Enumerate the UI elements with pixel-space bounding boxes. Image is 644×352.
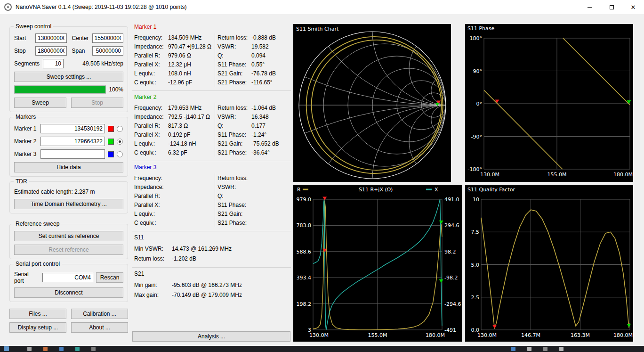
marker-section-title: Marker 2	[134, 94, 289, 100]
chart-text: 7.5	[471, 229, 480, 235]
sweep-settings-button[interactable]: Sweep settings ...	[14, 72, 123, 82]
analysis-button[interactable]: Analysis ...	[132, 331, 290, 342]
window-title: NanoVNA Saver 0.1.4 (Sweep: 2019-11-03 1…	[16, 4, 187, 10]
app-icon-4[interactable]	[75, 347, 80, 351]
field-label: VSWR:	[217, 184, 251, 190]
step-size-text: 49.505 kHz/step	[66, 60, 123, 67]
app-icon-5[interactable]	[91, 347, 96, 351]
field-label: L equiv.:	[134, 70, 168, 77]
stop-input[interactable]	[35, 46, 67, 56]
rescan-button[interactable]: Rescan	[96, 272, 123, 283]
field-value: -95.603 dB @ 166.273 MHz	[172, 282, 242, 288]
chart-text: S11 Smith Chart	[296, 26, 339, 32]
left-control-panel: Sweep control Start Center Stop Span Seg…	[9, 26, 128, 333]
segments-input[interactable]	[43, 59, 64, 68]
field-label: Frequency:	[134, 175, 168, 181]
field-label: VSWR:	[217, 114, 251, 120]
tray-icon-3[interactable]	[543, 347, 547, 351]
marker-color-swatch[interactable]	[108, 139, 114, 145]
marker-select-radio[interactable]	[117, 151, 123, 157]
field-value: 0.094	[251, 52, 289, 59]
field-value: 6.32 pF	[168, 149, 212, 156]
field-row: Q:0.177	[217, 121, 289, 130]
field-value: 108.0 nH	[168, 70, 212, 77]
chart-text: 491.0	[444, 196, 459, 203]
disconnect-button[interactable]: Disconnect	[14, 287, 123, 298]
reset-reference-button[interactable]: Reset reference	[14, 245, 123, 255]
group-title: TDR	[14, 178, 29, 185]
marker-color-swatch[interactable]	[108, 126, 114, 132]
marker-label: Marker 3	[14, 151, 38, 157]
marker-row-3: Marker 3	[14, 149, 123, 159]
chart-text: 155.0M	[368, 332, 387, 338]
span-input[interactable]	[92, 46, 124, 56]
marker-select-radio[interactable]	[117, 139, 123, 145]
field-value: 16.348	[251, 114, 289, 120]
app-icon-1[interactable]	[27, 347, 32, 351]
app-icon-2[interactable]	[43, 347, 48, 351]
marker-2-frequency-input[interactable]	[40, 137, 105, 146]
center-input[interactable]	[92, 33, 124, 43]
span-label: Span	[69, 48, 90, 54]
chart-text: 783.8	[297, 222, 312, 229]
app-icon-3[interactable]	[59, 347, 64, 351]
field-label: Max gain:	[134, 292, 172, 298]
tray-icon-4[interactable]	[559, 347, 564, 351]
field-row: Frequency:134.509 MHz	[134, 33, 212, 42]
about-button[interactable]: About ...	[71, 322, 128, 333]
sweep-control-group: Sweep control Start Center Stop Span Seg…	[9, 26, 128, 112]
sweep-button[interactable]: Sweep	[14, 98, 66, 108]
s11-phase-chart[interactable]: 180°90°0°-90°-180°130.0M155.0M180.0MS11 …	[465, 24, 633, 182]
hide-data-button[interactable]: Hide data	[14, 162, 123, 172]
field-row: Max gain: -70.149 dB @ 179.009 MHz	[134, 290, 289, 300]
stop-button[interactable]: Stop	[71, 98, 123, 108]
time-domain-reflectometry-button[interactable]: Time Domain Reflectometry ...	[14, 199, 123, 209]
marker-3-section: Marker 3Frequency:Impedance:Parallel R:P…	[132, 161, 291, 231]
windows-taskbar	[0, 346, 644, 352]
serial-port-input[interactable]	[42, 273, 93, 282]
s21-section: S21 Min gain: -95.603 dB @ 166.273 MHz M…	[132, 268, 291, 303]
column-divider	[215, 33, 215, 87]
chart-text: 98.2	[444, 249, 456, 255]
field-row: C equiv.:	[134, 218, 212, 227]
chart-text: 90°	[473, 68, 483, 74]
marker-1-frequency-input[interactable]	[40, 124, 105, 133]
s11-r-plus-jx-chart[interactable]: 979.0783.8588.6393.4198.23491.0294.698.2…	[293, 185, 462, 342]
chart-text: X	[435, 187, 438, 193]
marker-3-frequency-input[interactable]	[40, 149, 105, 159]
stop-label: Stop	[14, 48, 33, 54]
start-input[interactable]	[35, 33, 67, 43]
chart-text: 130.0M	[309, 332, 329, 338]
field-row: S21 Phase:-36.64°	[217, 148, 289, 157]
minimize-button[interactable]	[579, 0, 601, 14]
field-row: L equiv.:	[134, 209, 212, 218]
marker-2-section: Marker 2Frequency:179.653 MHzImpedance:7…	[132, 91, 291, 161]
segments-label: Segments	[14, 60, 40, 67]
field-label: Frequency:	[134, 105, 168, 111]
marker-select-radio[interactable]	[117, 126, 123, 132]
marker-color-swatch[interactable]	[108, 151, 114, 157]
calibration-button[interactable]: Calibration ...	[71, 309, 128, 319]
field-value: 817.3 Ω	[168, 123, 212, 129]
sweep-progress-bar	[14, 85, 106, 94]
tray-icon-1[interactable]	[511, 347, 515, 351]
field-label: Min VSWR:	[134, 246, 172, 252]
app-logo-icon	[4, 3, 12, 11]
field-label: VSWR:	[217, 43, 251, 50]
field-value: -1.202 dB	[172, 255, 196, 262]
files-button[interactable]: Files ...	[9, 309, 66, 319]
field-value: -124.18 nH	[168, 140, 212, 147]
set-current-as-reference-button[interactable]: Set current as reference	[14, 231, 123, 241]
s11-quality-factor-chart[interactable]: 107.55.02.50.0130.0M146.7M163.3M180.0MS1…	[465, 185, 633, 342]
field-row: S21 Phase:	[217, 218, 289, 227]
tray-icon-2[interactable]	[527, 347, 531, 351]
s11-smith-chart[interactable]: S11 Smith Chart	[293, 24, 451, 182]
close-button[interactable]: ✕	[622, 0, 644, 14]
windows-start-icon[interactable]	[4, 346, 9, 351]
maximize-button[interactable]	[601, 0, 622, 14]
field-label: C equiv.:	[134, 220, 168, 226]
titlebar: NanoVNA Saver 0.1.4 (Sweep: 2019-11-03 1…	[0, 0, 644, 14]
cable-length-text: Estimated cable length: 2.287 m	[14, 188, 123, 195]
display-setup-button[interactable]: Display setup ...	[9, 322, 66, 333]
field-row: VSWR:16.348	[217, 112, 289, 121]
